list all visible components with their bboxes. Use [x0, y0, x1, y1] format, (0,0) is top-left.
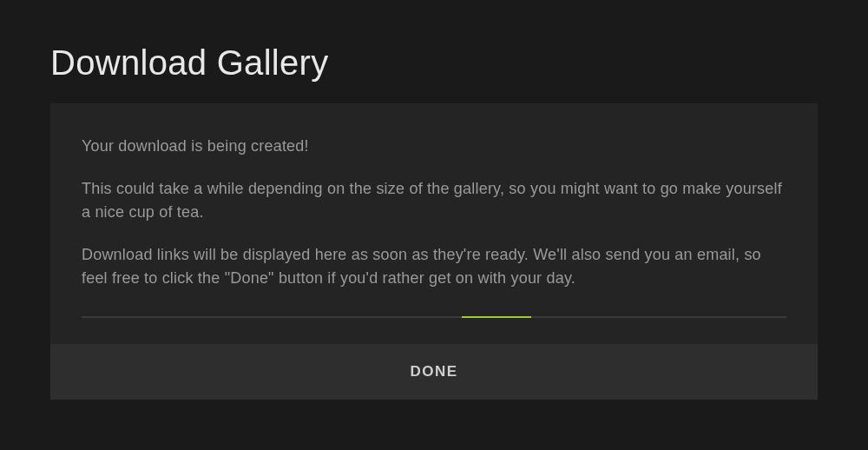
info-text-email: Download links will be displayed here as… [82, 243, 786, 290]
dialog-container: Download Gallery Your download is being … [0, 0, 868, 400]
page-title: Download Gallery [50, 43, 818, 83]
progress-track [82, 316, 786, 318]
content-panel: Your download is being created! This cou… [50, 103, 818, 400]
info-text-wait: This could take a while depending on the… [82, 177, 786, 224]
button-row: DONE [50, 344, 818, 400]
done-button[interactable]: DONE [50, 344, 818, 400]
status-text: Your download is being created! [82, 135, 786, 158]
progress-bar [462, 316, 531, 318]
